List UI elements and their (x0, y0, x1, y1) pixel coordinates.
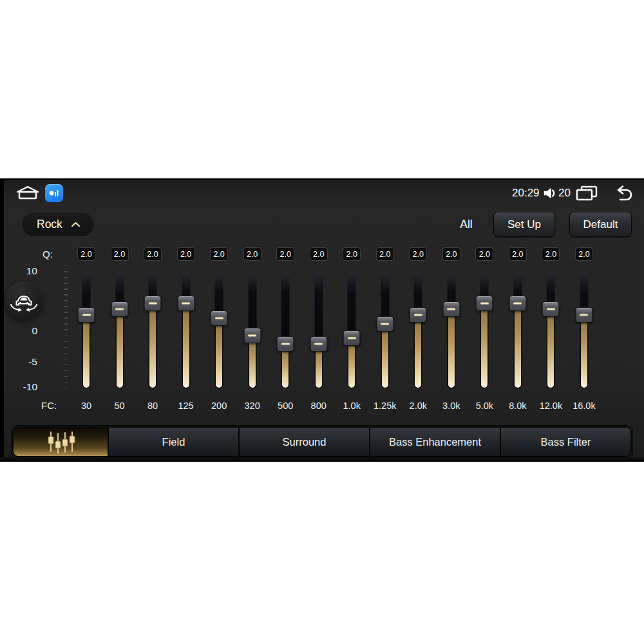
equalizer-sliders-icon (46, 430, 75, 453)
band-slider-handle[interactable] (575, 307, 592, 323)
band-q-value[interactable]: 2.0 (177, 247, 195, 261)
band-slider-handle[interactable] (310, 336, 327, 352)
eq-band: 2.0 200 (202, 247, 236, 411)
tab-label: Bass Filter (541, 436, 591, 448)
band-slider-handle[interactable] (144, 296, 162, 311)
band-q-value[interactable]: 2.0 (575, 247, 593, 261)
home-button[interactable] (15, 183, 40, 204)
band-frequency-label: 5.0k (468, 401, 501, 411)
band-slider-handle[interactable] (343, 330, 361, 346)
band-q-value[interactable]: 2.0 (77, 247, 95, 261)
status-bar: 20:29 20 (0, 183, 644, 204)
preset-selector[interactable]: Rock (21, 212, 95, 237)
home-icon (15, 185, 40, 202)
back-arrow-icon (612, 185, 633, 201)
band-frequency-label: 1.0k (335, 401, 368, 411)
q-row-label: Q: (43, 247, 53, 261)
fc-row-label: FC: (41, 400, 57, 411)
band-q-value[interactable]: 2.0 (111, 247, 129, 261)
eq-band: 2.0 3.0k (435, 247, 468, 411)
eq-band: 2.0 80 (136, 247, 169, 411)
band-slider-fill (249, 336, 256, 388)
band-slider-fill (515, 303, 521, 388)
tab-label: Bass Enhancement (389, 436, 481, 448)
band-slider-handle[interactable] (111, 301, 128, 317)
chevron-up-icon (71, 222, 80, 227)
head-unit-equalizer-screen: 20:29 20 Rock All Set Up Def (0, 178, 644, 462)
band-q-value[interactable]: 2.0 (343, 247, 361, 261)
band-q-value[interactable]: 2.0 (442, 247, 460, 261)
band-slider-fill (581, 315, 587, 388)
tab-bass-filter[interactable]: Bass Filter (501, 428, 630, 456)
band-q-value[interactable]: 2.0 (542, 247, 560, 261)
eq-band: 2.0 500 (269, 247, 302, 411)
tab-surround[interactable]: Surround (240, 428, 370, 456)
band-slider-handle[interactable] (442, 301, 460, 317)
band-slider-fill (382, 324, 388, 388)
band-slider-handle[interactable] (277, 336, 294, 352)
db-scale-label: 10 (10, 265, 37, 278)
all-label[interactable]: All (451, 212, 482, 237)
band-slider-handle[interactable] (542, 301, 560, 317)
band-frequency-label: 12.0k (534, 401, 567, 411)
default-button[interactable]: Default (569, 212, 632, 237)
band-frequency-label: 3.0k (435, 401, 468, 411)
eq-band: 2.0 16.0k (567, 247, 601, 411)
db-scale-label: -5 (10, 355, 37, 368)
eq-band: 2.0 12.0k (534, 247, 567, 411)
band-slider-handle[interactable] (243, 328, 261, 343)
band-q-value[interactable]: 2.0 (243, 247, 261, 261)
eq-band: 2.0 50 (103, 247, 137, 411)
band-frequency-label: 200 (202, 401, 236, 411)
band-slider-fill (83, 315, 90, 388)
bottom-tab-bar: FieldSurroundBass EnhancementBass Filter (12, 426, 632, 458)
band-frequency-label: 1.25k (368, 401, 402, 411)
preset-value: Rock (37, 218, 62, 231)
band-frequency-label: 125 (169, 401, 203, 411)
equalizer-app-glyph (49, 189, 59, 198)
setup-button[interactable]: Set Up (493, 212, 555, 237)
band-q-value[interactable]: 2.0 (509, 247, 527, 261)
eq-band: 2.0 125 (169, 247, 203, 411)
band-slider-fill (149, 303, 156, 388)
eq-band: 2.0 8.0k (501, 247, 535, 411)
db-scale-label: 0 (10, 325, 37, 337)
band-slider-handle[interactable] (476, 296, 493, 311)
car-surround-icon (10, 288, 38, 314)
band-q-value[interactable]: 2.0 (276, 247, 294, 261)
band-frequency-label: 80 (136, 401, 169, 411)
sound-field-button[interactable] (5, 282, 43, 319)
band-slider-handle[interactable] (78, 307, 95, 323)
band-slider-fill (547, 309, 554, 388)
band-slider-fill (216, 318, 222, 388)
band-q-value[interactable]: 2.0 (475, 247, 493, 261)
band-q-value[interactable]: 2.0 (409, 247, 427, 261)
band-slider-handle[interactable] (410, 307, 427, 323)
tab-field[interactable]: Field (109, 428, 240, 456)
band-slider-fill (183, 303, 189, 388)
band-q-value[interactable]: 2.0 (310, 247, 328, 261)
eq-band: 2.0 1.25k (368, 247, 402, 411)
eq-band: 2.0 2.0k (401, 247, 435, 411)
band-slider-handle[interactable] (211, 310, 228, 326)
eq-band: 2.0 1.0k (335, 247, 368, 411)
band-frequency-label: 2.0k (401, 401, 435, 411)
recent-apps-button[interactable] (575, 183, 598, 204)
band-q-value[interactable]: 2.0 (376, 247, 394, 261)
band-slider-handle[interactable] (177, 296, 194, 311)
band-frequency-label: 500 (269, 401, 302, 411)
volume-indicator[interactable]: 20 (542, 183, 571, 204)
band-slider-handle[interactable] (376, 316, 393, 332)
eq-band: 2.0 30 (70, 247, 103, 411)
eq-band: 2.0 320 (236, 247, 269, 411)
back-button[interactable] (612, 183, 634, 204)
clock: 20:29 (512, 183, 540, 204)
tab-equalizer[interactable] (14, 428, 109, 456)
recent-apps-icon (575, 185, 598, 202)
equalizer-app-icon[interactable] (45, 184, 63, 202)
band-q-value[interactable]: 2.0 (144, 247, 162, 261)
eq-band: 2.0 800 (302, 247, 336, 411)
band-slider-handle[interactable] (509, 296, 526, 311)
band-q-value[interactable]: 2.0 (210, 247, 228, 261)
tab-bass-enhancement[interactable]: Bass Enhancement (370, 428, 501, 456)
